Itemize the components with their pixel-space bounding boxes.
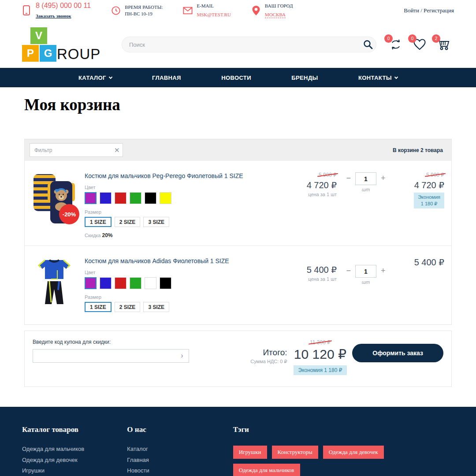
color-swatch[interactable]: [100, 277, 112, 289]
cart-button[interactable]: 2: [436, 37, 450, 52]
unit-price: 5 400 ₽: [290, 264, 337, 275]
product-title-link[interactable]: Костюм для мальчиков Peg-Perego Фиолетов…: [85, 172, 290, 179]
qty-input[interactable]: [355, 172, 376, 185]
size-option[interactable]: 3 SIZE: [143, 217, 169, 227]
qty-increase-button[interactable]: +: [381, 174, 386, 183]
unit-price-col: 5 900 ₽ 4 720 ₽ цена за 1 шт: [290, 169, 337, 238]
color-swatch[interactable]: [145, 192, 156, 204]
wishlist-button[interactable]: 0: [413, 37, 427, 52]
color-swatches: [85, 192, 290, 204]
product-title-link[interactable]: Костюм для мальчиков Adidas Фиолетовый 1…: [85, 257, 290, 264]
unit-price-col: 5 400 ₽ цена за 1 шт: [290, 254, 337, 317]
total-saving-badge: Экономия 1 180 ₽: [294, 365, 347, 375]
size-label: Размер: [85, 294, 290, 300]
tag-link[interactable]: Игрушки: [233, 446, 267, 459]
tag-link[interactable]: Одежда для девочек: [323, 446, 384, 459]
color-swatch[interactable]: [160, 277, 171, 289]
vat-text: Сумма НДС: 0 ₽: [250, 359, 287, 364]
color-swatch[interactable]: [115, 192, 126, 204]
qty-input[interactable]: [355, 265, 376, 278]
saving-label: Экономия: [418, 194, 440, 200]
size-options: 1 SIZE 2 SIZE 3 SIZE: [85, 302, 290, 312]
size-option[interactable]: 3 SIZE: [143, 302, 169, 312]
product-illustration: [32, 254, 77, 311]
product-image: -20%: [32, 169, 77, 226]
nav-item-catalog[interactable]: КАТАЛОГ: [78, 74, 112, 81]
color-label: Цвет: [85, 185, 290, 190]
header-icons: 0 0 2: [389, 37, 454, 52]
size-option[interactable]: 2 SIZE: [115, 302, 141, 312]
coupon-submit-button[interactable]: ›: [177, 350, 187, 361]
footer-link[interactable]: Каталог: [127, 446, 233, 452]
search-input[interactable]: [122, 37, 376, 52]
footer-about-column: О нас Каталог Главная Новости Бренды Кон…: [127, 425, 233, 476]
qty-decrease-button[interactable]: −: [346, 174, 351, 183]
totals-block: Итого: Сумма НДС: 0 ₽ 11 300 ₽ 10 120 ₽ …: [250, 338, 443, 375]
old-grand-total: 11 300 ₽: [310, 339, 331, 346]
color-swatch[interactable]: [130, 192, 141, 204]
chevron-down-icon: [109, 75, 112, 78]
logo-block-v: V: [30, 27, 47, 44]
color-swatch[interactable]: [160, 192, 171, 204]
color-swatch[interactable]: [130, 277, 141, 289]
color-swatch[interactable]: [85, 277, 97, 289]
compare-button[interactable]: 0: [389, 37, 403, 52]
tag-link[interactable]: Конструкторы: [272, 446, 318, 459]
nav-item-home[interactable]: ГЛАВНАЯ: [152, 74, 181, 81]
tag-link[interactable]: Одежда для мальчиков: [233, 464, 300, 476]
nav-label: БРЕНДЫ: [291, 74, 318, 81]
size-option[interactable]: 2 SIZE: [115, 217, 141, 227]
login-register-link[interactable]: Войти / Регистрация: [404, 7, 454, 14]
contact-phone: 8 (495) 000 00 11 Заказать звонок: [22, 1, 91, 20]
footer-link[interactable]: Одежда для девочек: [22, 457, 127, 463]
footer-tags-column: Тэги Игрушки Конструкторы Одежда для дев…: [233, 425, 454, 476]
size-options: 1 SIZE 2 SIZE 3 SIZE: [85, 217, 290, 227]
old-unit-price: 5 900 ₽: [319, 172, 337, 178]
color-swatch[interactable]: [85, 192, 97, 204]
logo-block-g: G: [40, 45, 56, 62]
total-label: Итого:: [250, 348, 287, 357]
grand-total: 10 120 ₽: [294, 346, 347, 362]
footer: Каталог товаров Одежда для мальчиков Оде…: [0, 407, 476, 476]
nav-item-brands[interactable]: БРЕНДЫ: [291, 74, 318, 81]
footer-link[interactable]: Игрушки: [22, 467, 127, 474]
contact-city: ВАШ ГОРОД МОСКВА: [251, 3, 293, 19]
product-image: [32, 254, 77, 311]
color-swatch[interactable]: [115, 277, 126, 289]
color-swatches: [85, 277, 290, 289]
logo[interactable]: V P G ROUP: [22, 26, 108, 63]
footer-link[interactable]: Одежда для мальчиков: [22, 446, 127, 452]
nav-item-news[interactable]: НОВОСТИ: [221, 74, 251, 81]
search-button[interactable]: [362, 38, 374, 51]
filter-clear-button[interactable]: ✕: [112, 145, 121, 155]
footer-about-title: О нас: [127, 425, 233, 434]
city-link[interactable]: МОСКВА: [265, 12, 286, 18]
filter-input[interactable]: [30, 143, 123, 157]
qty-decrease-button[interactable]: −: [346, 266, 351, 275]
nav-label: НОВОСТИ: [221, 74, 251, 81]
email-link[interactable]: MSK@TEST.RU: [197, 12, 231, 17]
footer-link[interactable]: Новости: [127, 467, 233, 474]
contact-email: E-MAIL MSK@TEST.RU: [183, 3, 231, 19]
contact-worktime: ВРЕМЯ РАБОТЫ: ПН-ВС 10-19: [111, 4, 163, 17]
coupon-input[interactable]: [33, 349, 189, 363]
checkout-button[interactable]: Оформить заказ: [352, 344, 443, 362]
color-swatch[interactable]: [145, 277, 156, 289]
footer-link[interactable]: Главная: [127, 457, 233, 463]
city-label: ВАШ ГОРОД: [265, 3, 293, 9]
color-swatch[interactable]: [100, 192, 112, 204]
email-label: E-MAIL: [197, 3, 231, 9]
nav-label: ГЛАВНАЯ: [152, 74, 181, 81]
qty-increase-button[interactable]: +: [381, 266, 386, 275]
discount-badge: -20%: [59, 204, 79, 224]
clock-icon: [111, 5, 121, 16]
size-option[interactable]: 1 SIZE: [85, 302, 112, 312]
cart-panel: ✕ В корзине 2 товара: [24, 139, 452, 325]
size-option[interactable]: 1 SIZE: [85, 217, 112, 227]
logo-text: ROUP: [57, 46, 100, 63]
nav-item-contacts[interactable]: КОНТАКТЫ: [358, 74, 398, 81]
coupon-section: Введите код купона для скидки: ›: [33, 338, 209, 363]
callback-link[interactable]: Заказать звонок: [36, 13, 71, 19]
per-unit-label: цена за 1 шт: [290, 192, 337, 197]
quantity-stepper: − шт +: [337, 169, 395, 238]
